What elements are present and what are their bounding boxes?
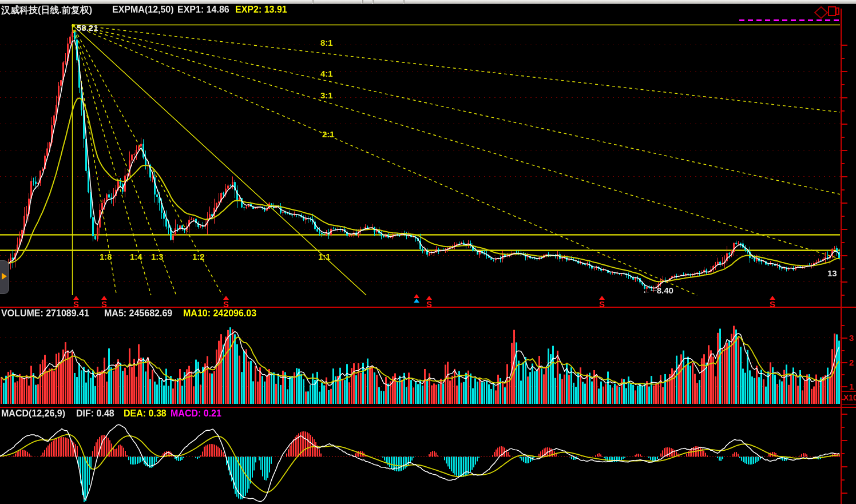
macd-dea: DEA: 0.38 — [124, 408, 167, 419]
volume-multiplier-badge: X10 — [841, 391, 856, 405]
macd-title: MACD(12,26,9) — [1, 408, 65, 419]
volume-axis-tick-label: 1 — [849, 382, 854, 391]
toolbar-strip — [0, 0, 856, 4]
toolbar-separator — [372, 0, 374, 4]
gann-ratio-label: 1:1 — [318, 252, 331, 261]
window-restore-icon[interactable] — [828, 6, 841, 20]
gann-ratio-label: 1:3 — [151, 252, 164, 261]
gann-ratio-label: 3:1 — [320, 90, 333, 100]
chart-canvas[interactable] — [0, 0, 856, 504]
app-screen: 汉威科技(日线.前复权) EXPMA(12,50) EXP1: 14.86 EX… — [0, 0, 856, 504]
toolbar-separator — [312, 0, 314, 4]
gann-ratio-label: 1:8 — [100, 252, 112, 261]
volume-ma5: MA5: 245682.69 — [104, 308, 172, 319]
gann-ratio-label: 4:1 — [320, 69, 333, 78]
diamond-tool-icon[interactable] — [814, 6, 829, 22]
volume-value: VOLUME: 271089.41 — [1, 308, 89, 319]
macd-dif: DIF: 0.48 — [76, 408, 114, 419]
toolbar-separator — [362, 0, 363, 4]
panel-expand-handle[interactable] — [0, 260, 9, 294]
exp1-value: EXP1: 14.86 — [177, 5, 229, 15]
volume-ma10: MA10: 242096.03 — [183, 308, 256, 319]
gann-ratio-label: 1:2 — [192, 252, 205, 261]
gann-ratio-label: 2:1 — [322, 129, 335, 139]
gann-ratio-label: 8:1 — [320, 38, 333, 47]
last-price-label: 13 — [827, 268, 837, 278]
symbol-title: 汉威科技(日线.前复权) — [1, 5, 92, 17]
toolbar-separator — [403, 0, 405, 4]
macd-value: MACD: 0.21 — [171, 408, 221, 419]
exp2-value: EXP2: 13.91 — [235, 5, 287, 15]
indicator-label: EXPMA(12,50) — [112, 5, 174, 15]
expand-arrow-icon — [2, 273, 7, 280]
high-price-label: 58.21 — [77, 23, 98, 33]
gann-ratio-label: 1:4 — [130, 252, 142, 261]
volume-axis-tick-label: 2 — [849, 358, 854, 367]
low-price-label: ←─8.40 — [642, 285, 673, 295]
volume-axis-tick-label: 3 — [849, 333, 854, 343]
